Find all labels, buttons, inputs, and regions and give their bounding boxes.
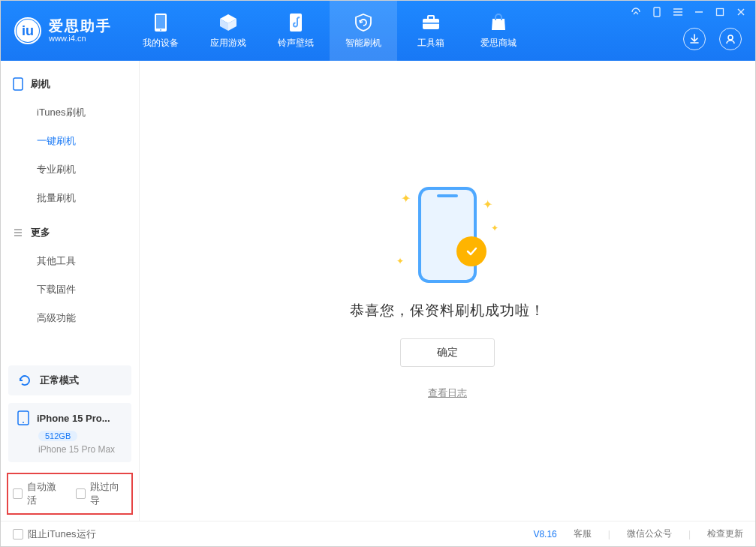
nav-my-device[interactable]: 我的设备: [127, 1, 194, 61]
checkbox-icon: [13, 488, 23, 499]
device-mode-label: 正常模式: [40, 374, 79, 387]
activation-options-box: 自动激活 跳过向导: [7, 473, 133, 515]
success-illustration: ✦ ✦ ✦ ✦: [395, 182, 500, 287]
svg-point-2: [160, 29, 161, 31]
sparkle-icon: ✦: [396, 256, 404, 266]
svg-rect-1: [156, 15, 165, 29]
footer-link-support[interactable]: 客服: [574, 527, 592, 540]
unknown-window-icon-2[interactable]: [652, 7, 662, 17]
unknown-window-icon-1[interactable]: [631, 7, 641, 17]
device-phone-icon: [17, 410, 29, 425]
top-nav: 我的设备 应用游戏 铃声壁纸 智能刷机: [127, 1, 532, 61]
success-message: 恭喜您，保资料刷机成功啦！: [350, 301, 545, 320]
nav-ringtones-wallpapers[interactable]: 铃声壁纸: [262, 1, 330, 61]
cube-icon: [218, 13, 238, 32]
brand-logo-icon: iu: [14, 17, 41, 44]
sidebar-group-flash: 刷机: [1, 70, 139, 98]
phone-outline-icon: [13, 77, 23, 91]
svg-rect-5: [428, 16, 434, 20]
auto-activate-checkbox[interactable]: 自动激活: [13, 480, 64, 507]
checkbox-icon: [76, 488, 86, 499]
sidebar: 刷机 iTunes刷机 一键刷机 专业刷机 批量刷机 更多 其他工具 下载固件 …: [1, 61, 140, 521]
sparkle-icon: ✦: [483, 197, 492, 212]
nav-toolbox[interactable]: 工具箱: [397, 1, 465, 61]
svg-rect-7: [654, 8, 660, 17]
sparkle-icon: ✦: [491, 223, 498, 233]
brand-area: iu 爱思助手 www.i4.cn: [1, 17, 127, 44]
svg-rect-6: [423, 23, 439, 24]
main-content: ✦ ✦ ✦ ✦ 恭喜您，保资料刷机成功啦！ 确定 查看日志: [140, 61, 755, 521]
sidebar-group-more: 更多: [1, 218, 139, 247]
user-icon[interactable]: [719, 28, 742, 50]
sidebar-item-oneclick-flash[interactable]: 一键刷机: [1, 127, 139, 155]
sidebar-item-pro-flash[interactable]: 专业刷机: [1, 155, 139, 184]
svg-rect-12: [717, 9, 724, 16]
phone-icon: [151, 13, 170, 32]
device-card[interactable]: iPhone 15 Pro... 512GB iPhone 15 Pro Max: [8, 403, 131, 462]
device-name: iPhone 15 Pro...: [37, 413, 110, 424]
sidebar-item-advanced[interactable]: 高级功能: [1, 304, 139, 332]
brand-name: 爱思助手: [49, 19, 112, 35]
brand-url: www.i4.cn: [49, 34, 112, 43]
sidebar-item-download-firmware[interactable]: 下载固件: [1, 275, 139, 304]
music-note-icon: [286, 13, 306, 32]
download-icon[interactable]: [683, 28, 706, 50]
svg-rect-16: [14, 78, 23, 90]
maximize-button[interactable]: [715, 7, 725, 17]
nav-smart-flash[interactable]: 智能刷机: [330, 1, 397, 61]
svg-point-21: [23, 422, 24, 423]
app-header: iu 爱思助手 www.i4.cn 我的设备 应用游戏: [1, 1, 755, 61]
refresh-icon: [17, 373, 32, 388]
phone-illustration-icon: [418, 187, 477, 283]
checkmark-badge-icon: [456, 236, 486, 266]
sidebar-item-batch-flash[interactable]: 批量刷机: [1, 184, 139, 212]
device-full-name: iPhone 15 Pro Max: [38, 444, 122, 455]
status-bar: 阻止iTunes运行 V8.16 客服 | 微信公众号 | 检查更新: [1, 521, 755, 546]
version-label: V8.16: [533, 529, 556, 539]
checkbox-icon: [13, 529, 23, 539]
shopping-bag-icon: [489, 13, 508, 32]
sidebar-item-itunes-flash[interactable]: iTunes刷机: [1, 98, 139, 127]
close-button[interactable]: [736, 7, 746, 17]
device-mode-status[interactable]: 正常模式: [8, 365, 131, 395]
device-capacity-badge: 512GB: [38, 431, 77, 441]
nav-apps-games[interactable]: 应用游戏: [194, 1, 262, 61]
nav-store[interactable]: 爱思商城: [465, 1, 532, 61]
minimize-button[interactable]: [694, 7, 704, 17]
sidebar-item-other-tools[interactable]: 其他工具: [1, 247, 139, 275]
menu-icon[interactable]: [673, 7, 683, 17]
view-log-link[interactable]: 查看日志: [428, 386, 467, 400]
toolbox-icon: [421, 13, 441, 32]
footer-link-update[interactable]: 检查更新: [707, 527, 743, 540]
more-lines-icon: [13, 227, 23, 238]
sparkle-icon: ✦: [401, 191, 411, 206]
footer-link-wechat[interactable]: 微信公众号: [627, 527, 672, 540]
ok-button[interactable]: 确定: [400, 338, 495, 367]
refresh-shield-icon: [354, 13, 373, 32]
svg-point-15: [728, 35, 733, 40]
svg-rect-3: [290, 14, 302, 32]
skip-wizard-checkbox[interactable]: 跳过向导: [76, 480, 127, 507]
block-itunes-checkbox[interactable]: 阻止iTunes运行: [13, 527, 96, 541]
